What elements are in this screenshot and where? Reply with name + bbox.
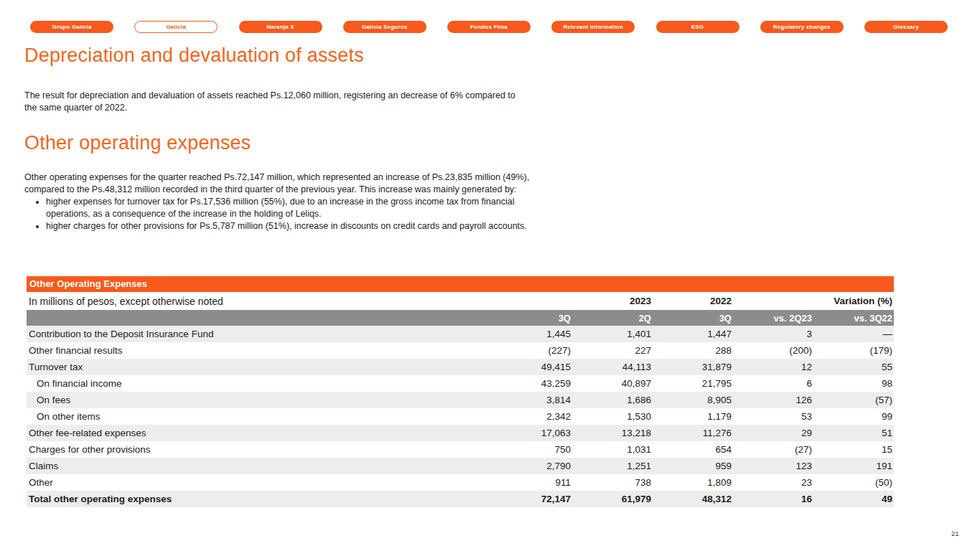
cell-value: 43,259: [492, 375, 572, 392]
table-row: Other 911 738 1,809 23 (50): [27, 474, 894, 491]
nav-pill-fondos-fima[interactable]: Fondos Fima: [447, 21, 531, 33]
cell-value: 123: [733, 458, 813, 474]
empty-cell: [27, 310, 492, 326]
table-title: Other Operating Expenses: [27, 276, 894, 292]
cell-value: 227: [572, 342, 653, 359]
cell-value: 126: [733, 392, 813, 408]
cell-value: 3: [733, 326, 813, 342]
cell-value: 738: [572, 474, 653, 491]
nav-pill-glossary[interactable]: Glossary: [864, 21, 948, 33]
cell-value: 49: [813, 491, 894, 507]
page-number: 21: [951, 529, 959, 537]
nav-pill-galicia-seguros[interactable]: Galicia Seguros: [343, 21, 426, 33]
table-row: Turnover tax 49,415 44,113 31,879 12 55: [27, 359, 894, 375]
nav-pill-grupo-galicia[interactable]: Grupo Galicia: [30, 21, 113, 33]
bullet-item: higher expenses for turnover tax for Ps.…: [46, 196, 536, 220]
cell-value: 1,447: [653, 326, 733, 342]
table-row: On fees 3,814 1,686 8,905 126 (57): [27, 392, 894, 408]
table-title-row: Other Operating Expenses: [27, 276, 894, 292]
cell-value: 15: [813, 441, 894, 458]
cell-value: 654: [653, 441, 733, 458]
cell-value: 44,113: [572, 359, 653, 375]
cell-value: 1,179: [653, 408, 733, 425]
cell-value: 48,312: [653, 491, 733, 507]
cell-value: (27): [733, 441, 813, 458]
nav-pill-relevant-information[interactable]: Relevant Information: [551, 21, 635, 33]
cell-value: 959: [653, 458, 733, 474]
cell-value: 2,342: [492, 408, 572, 425]
cell-value: 12: [733, 359, 813, 375]
cell-value: 1,530: [572, 408, 653, 425]
cell-value: 72,147: [492, 491, 572, 507]
table-row: Contribution to the Deposit Insurance Fu…: [27, 326, 894, 342]
row-label: Other: [27, 474, 492, 491]
year-header-2022: 2022: [653, 292, 733, 310]
cell-value: 1,809: [653, 474, 733, 491]
cell-value: 750: [492, 441, 572, 458]
table-row: On financial income 43,259 40,897 21,795…: [27, 375, 894, 392]
cell-value: (57): [813, 392, 894, 408]
section-title-depreciation: Depreciation and devaluation of assets: [24, 44, 364, 67]
cell-value: 3,814: [492, 392, 572, 408]
cell-value: (179): [813, 342, 894, 359]
cell-value: (50): [813, 474, 894, 491]
nav-pill-galicia[interactable]: Galicia: [134, 21, 218, 33]
cell-value: 6: [733, 375, 813, 392]
nav-pill-regulatory-changes[interactable]: Regulatory changes: [760, 21, 844, 33]
col-header-vs-2q23: vs. 2Q23: [733, 310, 813, 326]
row-label: On financial income: [27, 375, 492, 392]
empty-cell: [733, 292, 813, 310]
cell-value: 911: [492, 474, 572, 491]
data-table: Other Operating Expenses In millions of …: [27, 276, 894, 507]
cell-value: 13,218: [572, 425, 653, 441]
cell-value: 191: [813, 458, 894, 474]
cell-value: 40,897: [572, 375, 653, 392]
other-expenses-paragraph: Other operating expenses for the quarter…: [24, 171, 536, 196]
cell-value: 1,401: [572, 326, 653, 342]
row-label: On fees: [27, 392, 492, 408]
col-header-3q: 3Q: [492, 310, 572, 326]
section-body-depreciation: The result for depreciation and devaluat…: [24, 90, 527, 114]
row-label: Total other operating expenses: [27, 491, 492, 507]
row-label: Turnover tax: [27, 359, 492, 375]
cell-value: 31,879: [653, 359, 733, 375]
row-label: Charges for other provisions: [27, 441, 492, 458]
nav-pill-esg[interactable]: ESG: [656, 21, 739, 33]
cell-value: 49,415: [492, 359, 572, 375]
cell-value: 51: [813, 425, 894, 441]
cell-value: 1,031: [572, 441, 653, 458]
cell-value: 288: [653, 342, 733, 359]
cell-value: 55: [813, 359, 894, 375]
table-row: On other items 2,342 1,530 1,179 53 99: [27, 408, 894, 425]
cell-value: 11,276: [653, 425, 733, 441]
table-total-row: Total other operating expenses 72,147 61…: [27, 491, 894, 507]
empty-cell: [492, 292, 572, 310]
cell-value: (200): [733, 342, 813, 359]
other-operating-expenses-table: Other Operating Expenses In millions of …: [27, 276, 894, 507]
cell-value: 1,445: [492, 326, 572, 342]
other-expenses-bullet-list: higher expenses for turnover tax for Ps.…: [24, 196, 536, 232]
top-nav: Grupo Galicia Galicia Naranja X Galicia …: [30, 21, 948, 33]
cell-value: 1,686: [572, 392, 653, 408]
cell-value: 21,795: [653, 375, 733, 392]
cell-value: 23: [733, 474, 813, 491]
cell-value: 8,905: [653, 392, 733, 408]
nav-pill-naranja-x[interactable]: Naranja X: [239, 21, 322, 33]
row-label: Contribution to the Deposit Insurance Fu…: [27, 326, 492, 342]
cell-value: 99: [813, 408, 894, 425]
row-label: Claims: [27, 458, 492, 474]
cell-value: 2,790: [492, 458, 572, 474]
cell-value: —: [813, 326, 894, 342]
cell-value: 98: [813, 375, 894, 392]
row-label: On other items: [27, 408, 492, 425]
col-header-3q-2022: 3Q: [653, 310, 733, 326]
section-title-other-expenses: Other operating expenses: [24, 132, 251, 154]
year-header-2023: 2023: [572, 292, 653, 310]
cell-value: (227): [492, 342, 572, 359]
report-page: { "nav": { "items": [ {"label": "Grupo G…: [0, 0, 980, 551]
table-group-header-row: In millions of pesos, except otherwise n…: [27, 292, 894, 310]
bullet-item: higher charges for other provisions for …: [46, 220, 536, 232]
table-row: Other financial results (227) 227 288 (2…: [27, 342, 894, 359]
table-column-header-row: 3Q 2Q 3Q vs. 2Q23 vs. 3Q22: [27, 310, 894, 326]
section-body-other-expenses: Other operating expenses for the quarter…: [24, 171, 536, 232]
